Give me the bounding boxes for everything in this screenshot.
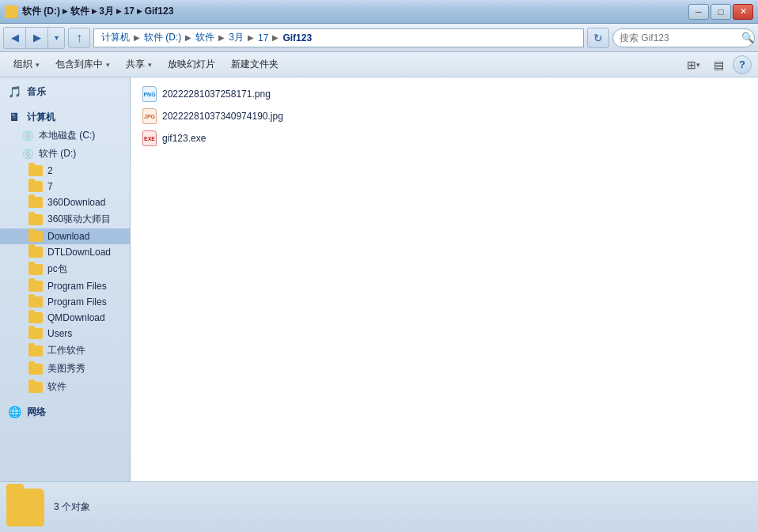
software-disk-label: 软件 (D:) [39, 147, 76, 160]
share-dropdown-icon: ▾ [148, 61, 152, 69]
local-disk-icon: 💿 [22, 130, 34, 141]
view-icon: ⊞ [687, 58, 696, 71]
sidebar-folder-programfiles2[interactable]: Program Files [0, 294, 130, 310]
file-item-png[interactable]: PNG 20222281037258171.png [137, 84, 752, 104]
sidebar-folder-users[interactable]: Users [0, 326, 130, 341]
exe-file-icon: EXE [142, 130, 157, 146]
address-bar: ◀ ▶ ▾ ↑ 计算机 ▶ 软件 (D:) ▶ 软件 ▶ 3月 ▶ 17 ▶ G… [0, 24, 758, 52]
folder-label-rj: 软件 [47, 380, 66, 394]
network-label: 网络 [27, 406, 46, 419]
folder-icon [28, 165, 43, 176]
computer-label: 计算机 [27, 111, 55, 124]
slideshow-button[interactable]: 放映幻灯片 [161, 55, 222, 74]
back-button[interactable]: ◀ [4, 28, 26, 48]
include-library-label: 包含到库中 [55, 58, 103, 71]
organize-dropdown-icon: ▾ [36, 61, 40, 69]
sidebar: 🎵 音乐 🖥 计算机 💿 本地磁盘 (C:) 💿 软件 (D:) 2 [0, 77, 131, 481]
folder-icon [28, 281, 43, 292]
search-input[interactable] [620, 32, 738, 43]
sidebar-network-header[interactable]: 🌐 网络 [0, 401, 130, 421]
new-folder-button[interactable]: 新建文件夹 [224, 55, 286, 74]
sidebar-folder-worksoftware[interactable]: 工作软件 [0, 341, 130, 360]
include-library-button[interactable]: 包含到库中 ▾ [48, 55, 117, 74]
sidebar-folder-ruanjian[interactable]: 软件 [0, 378, 130, 396]
sidebar-folder-2[interactable]: 2 [0, 163, 130, 179]
path-arrow-2: ▶ [185, 33, 191, 42]
preview-pane-button[interactable]: ▤ [707, 55, 730, 74]
refresh-button[interactable]: ↻ [587, 28, 609, 48]
title-controls: ─ □ ✕ [688, 4, 753, 20]
folder-label-2: 2 [47, 165, 53, 176]
folder-title-icon [5, 6, 17, 18]
view-dropdown-icon: ▾ [696, 61, 700, 69]
sidebar-music-header[interactable]: 🎵 音乐 [0, 81, 130, 101]
folder-icon [28, 181, 43, 192]
folder-icon [28, 328, 43, 339]
folder-label-download: Download [47, 231, 89, 242]
file-item-jpg[interactable]: JPG 20222281037340974190.jpg [137, 106, 752, 126]
sidebar-computer-header[interactable]: 🖥 计算机 [0, 106, 130, 126]
png-filename: 20222281037258171.png [162, 89, 271, 100]
status-folder-icon [6, 489, 44, 526]
folder-icon [28, 296, 43, 308]
sidebar-folder-pc[interactable]: pc包 [0, 260, 130, 278]
organize-label: 组织 [13, 58, 32, 71]
folder-icon [28, 264, 43, 275]
main-area: 🎵 音乐 🖥 计算机 💿 本地磁盘 (C:) 💿 软件 (D:) 2 [0, 77, 758, 481]
minimize-button[interactable]: ─ [688, 4, 709, 20]
sidebar-folder-360download[interactable]: 360Download [0, 194, 130, 210]
close-button[interactable]: ✕ [733, 4, 753, 20]
path-segment-month[interactable]: 3月 [226, 30, 246, 45]
png-icon-inner: PNG [142, 86, 157, 102]
title-bar-left: 软件 (D:) ▸ 软件 ▸ 3月 ▸ 17 ▸ Gif123 [5, 5, 173, 18]
sidebar-folder-programfiles1[interactable]: Program Files [0, 278, 130, 294]
sidebar-folder-360driver[interactable]: 360驱动大师目 [0, 210, 130, 228]
folder-label-users: Users [47, 328, 72, 339]
folder-icon [28, 197, 43, 208]
folder-icon [28, 312, 43, 323]
forward-button[interactable]: ▶ [26, 28, 48, 48]
file-item-exe[interactable]: EXE gif123.exe [137, 128, 752, 149]
path-segment-day[interactable]: 17 [256, 32, 271, 44]
maximize-button[interactable]: □ [711, 4, 731, 20]
status-bar: 3 个对象 [0, 481, 758, 532]
folder-label-360driver: 360驱动大师目 [47, 213, 111, 226]
sidebar-folder-download[interactable]: Download [0, 228, 130, 244]
nav-dropdown-button[interactable]: ▾ [48, 28, 64, 48]
view-options-button[interactable]: ⊞ ▾ [682, 55, 704, 74]
address-path-bar[interactable]: 计算机 ▶ 软件 (D:) ▶ 软件 ▶ 3月 ▶ 17 ▶ Gif123 [93, 28, 584, 47]
software-disk-icon: 💿 [22, 149, 34, 160]
organize-button[interactable]: 组织 ▾ [6, 55, 47, 74]
folder-icon [28, 345, 43, 357]
music-icon: 🎵 [6, 84, 22, 100]
path-segment-computer[interactable]: 计算机 [99, 30, 132, 45]
sidebar-folder-7[interactable]: 7 [0, 179, 130, 194]
path-segment-drive[interactable]: 软件 (D:) [142, 30, 184, 45]
path-segment-software[interactable]: 软件 [193, 30, 217, 45]
status-object-count: 3 个对象 [54, 500, 90, 514]
sidebar-content: 🎵 音乐 🖥 计算机 💿 本地磁盘 (C:) 💿 软件 (D:) 2 [0, 77, 130, 481]
sidebar-item-software-disk[interactable]: 💿 软件 (D:) [0, 145, 130, 163]
share-button[interactable]: 共享 ▾ [119, 55, 159, 74]
sidebar-folder-meituxiuxiu[interactable]: 美图秀秀 [0, 360, 130, 378]
folder-icon [28, 214, 43, 225]
sidebar-folder-dtl[interactable]: DTLDownLoad [0, 244, 130, 260]
jpg-file-icon: JPG [142, 108, 157, 124]
music-label: 音乐 [27, 85, 46, 99]
search-icon: 🔍 [741, 32, 754, 43]
path-arrow-3: ▶ [218, 33, 225, 42]
computer-icon: 🖥 [6, 109, 22, 125]
search-bar: 🔍 [612, 28, 755, 47]
help-button[interactable]: ? [733, 55, 752, 74]
folder-label-qm: QMDownload [47, 312, 105, 323]
sidebar-folder-qm[interactable]: QMDownload [0, 310, 130, 326]
folder-icon [28, 382, 43, 393]
preview-icon: ▤ [714, 58, 724, 71]
up-button[interactable]: ↑ [68, 28, 90, 48]
nav-button-group: ◀ ▶ ▾ [3, 27, 65, 49]
path-segment-gif123[interactable]: Gif123 [280, 32, 314, 44]
folder-label-pc: pc包 [47, 262, 67, 276]
sidebar-item-local-disk[interactable]: 💿 本地磁盘 (C:) [0, 126, 130, 145]
folder-label-7: 7 [47, 181, 53, 192]
folder-label-dtl: DTLDownLoad [47, 247, 111, 258]
